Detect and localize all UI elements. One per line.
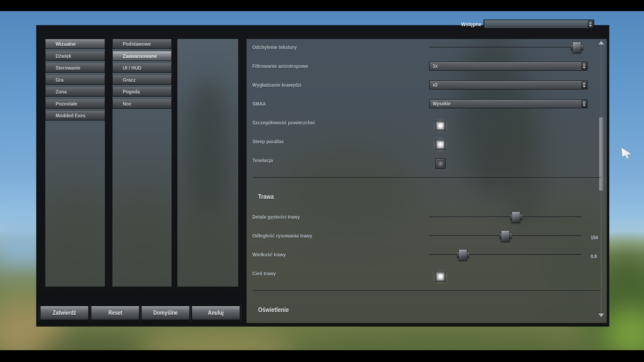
tab-label: Pozostałe — [56, 101, 77, 107]
tab-wizualne[interactable]: Wizualne — [45, 39, 105, 49]
setting-row-cien-trawy: Cień trawy — [247, 264, 596, 283]
setting-row-steep-parallax: Steep parallax — [247, 132, 596, 151]
tab-label: Dźwięk — [56, 53, 71, 59]
slider-handle[interactable] — [457, 249, 469, 260]
tab-gracz[interactable]: Gracz — [112, 75, 172, 85]
preset-dropdown[interactable] — [484, 20, 594, 28]
letterbox-top — [0, 0, 644, 11]
dropdown-wyg-adzanie-krawedzi[interactable]: x2 — [429, 81, 587, 89]
button-slot-separator — [141, 305, 141, 322]
setting-row-smaa: SMAAWysokie — [247, 95, 596, 113]
slider-track[interactable] — [429, 217, 581, 217]
setting-label-text: Wielkość trawy — [252, 251, 286, 258]
tab-pozosta-e[interactable]: Pozostałe — [45, 99, 105, 109]
setting-row-wielkosc-trawy: Wielkość trawy0.8 — [247, 245, 596, 264]
setting-label: Filtrowanie anizotropowe — [252, 63, 316, 69]
checkbox-teselacja[interactable] — [436, 159, 445, 168]
domyslne-button[interactable]: Domyślne — [141, 306, 190, 320]
button-slot-separator — [190, 305, 191, 322]
setting-label-text: Cień trawy — [252, 270, 276, 277]
setting-label: Detale gęstości trawy — [252, 214, 306, 220]
tab-zaawansowane[interactable]: Zaawansowane — [112, 51, 172, 61]
setting-label-text: Detale gęstości trawy — [252, 214, 300, 220]
tab-label: Modded Exes — [56, 113, 86, 119]
slider-handle[interactable] — [510, 212, 522, 222]
empty-panel — [177, 39, 238, 287]
dropdown-spinner-icon — [588, 21, 593, 28]
setting-row-detale-gestosci-trawy: Detale gęstości trawy — [247, 208, 596, 227]
setting-row-odchylenie-tekstury: Odchylenie tekstury — [247, 39, 596, 57]
tab-label: Zona — [56, 89, 67, 95]
checkbox-szczego-owosc-powierzchni[interactable] — [436, 121, 445, 131]
section-header-trawa: Trawa — [258, 193, 276, 200]
scrollbar-down-icon[interactable] — [598, 313, 604, 317]
letterbox-bottom — [0, 350, 644, 362]
setting-label-text: Filtrowanie anizotropowe — [252, 63, 308, 69]
dropdown-value: x2 — [433, 82, 438, 88]
reset-button[interactable]: Reset — [91, 306, 139, 320]
button-label: Reset — [108, 309, 122, 316]
checkbox-cien-trawy[interactable] — [436, 272, 445, 282]
nav-primary: WizualneDźwiękSterowanieGraZonaPozostałe… — [45, 39, 105, 287]
dropdown-smaa[interactable]: Wysokie — [429, 100, 587, 108]
slider-handle[interactable] — [499, 231, 511, 241]
tab-label: Pogoda — [123, 89, 140, 95]
slider-track[interactable] — [429, 254, 581, 255]
checkbox-state — [437, 142, 444, 148]
setting-row-wyg-adzanie-krawedzi: Wygładzanie krawędzix2 — [247, 76, 596, 95]
tab-label: UI / HUD — [123, 65, 141, 71]
zatwierdz-button[interactable]: Zatwierdź — [40, 306, 89, 320]
slider-track[interactable] — [429, 47, 581, 48]
setting-row-szczego-owosc-powierzchni: Szczegółowość powierzchni — [247, 113, 596, 132]
setting-value: 0.8 — [591, 254, 598, 259]
tab-podstawowe[interactable]: Podstawowe — [112, 39, 172, 49]
setting-row-odleg-osc-rysowania-trawy: Odległość rysowania trawy150 — [247, 227, 596, 245]
button-slot-separator — [241, 305, 242, 322]
setting-value-text: 0.8 — [591, 254, 597, 259]
panel-smudge — [45, 190, 105, 287]
section-header-label: Oświetlenie — [258, 306, 289, 313]
anuluj-button[interactable]: Anuluj — [192, 306, 240, 320]
panel-smudge — [112, 190, 172, 287]
tab-sterowanie[interactable]: Sterowanie — [45, 63, 105, 73]
tab-label: Wizualne — [56, 41, 76, 47]
setting-label-text: Odchylenie tekstury — [252, 44, 297, 51]
dropdown-spinner-icon — [581, 100, 587, 108]
mouse-cursor-icon — [621, 147, 632, 161]
tab-zona[interactable]: Zona — [45, 87, 105, 97]
setting-row-filtrowanie-anizotropowe: Filtrowanie anizotropowe1x — [247, 57, 596, 76]
button-slot-separator — [90, 305, 90, 322]
scrollbar-up-icon[interactable] — [598, 41, 604, 44]
setting-label-text: Steep parallax — [252, 138, 284, 145]
section-header-oswietlenie: Oświetlenie — [258, 306, 293, 313]
setting-label: Wygładzanie krawędzi — [252, 82, 308, 88]
setting-label-text: Szczegółowość powierzchni — [252, 119, 315, 126]
tab-dzwiek[interactable]: Dźwięk — [45, 51, 105, 61]
game-screen: Wstępne WizualneDźwiękSterowanieGraZonaP… — [0, 0, 644, 362]
tab-modded-exes[interactable]: Modded Exes — [45, 111, 105, 120]
dropdown-filtrowanie-anizotropowe[interactable]: 1x — [429, 62, 587, 70]
tab-label: Sterowanie — [56, 65, 80, 71]
scene-field-tan — [138, 330, 294, 350]
setting-label: Cień trawy — [252, 270, 279, 277]
setting-row-teselacja: Teselacja — [247, 151, 596, 170]
checkbox-steep-parallax[interactable] — [436, 140, 445, 150]
tab-noc[interactable]: Noc — [112, 99, 172, 109]
tab-label: Zaawansowane — [123, 53, 157, 59]
setting-label-text: Teselacja — [252, 157, 273, 164]
setting-value: 150 — [591, 235, 599, 241]
tab-label: Gra — [56, 77, 64, 83]
panel-smudge — [185, 79, 230, 220]
tab-gra[interactable]: Gra — [45, 75, 105, 85]
tab-ui-hud[interactable]: UI / HUD — [112, 63, 172, 73]
section-divider — [253, 177, 601, 178]
section-header-label: Trawa — [258, 193, 274, 200]
settings-panel: Odchylenie teksturyFiltrowanie anizotrop… — [247, 39, 607, 323]
tab-pogoda[interactable]: Pogoda — [112, 87, 172, 97]
dropdown-value: Wysokie — [433, 101, 453, 107]
checkbox-state — [437, 160, 444, 167]
scrollbar-thumb[interactable] — [599, 118, 603, 191]
dropdown-spinner-icon — [581, 81, 587, 89]
slider-handle[interactable] — [571, 42, 583, 53]
button-label: Zatwierdź — [53, 309, 76, 316]
